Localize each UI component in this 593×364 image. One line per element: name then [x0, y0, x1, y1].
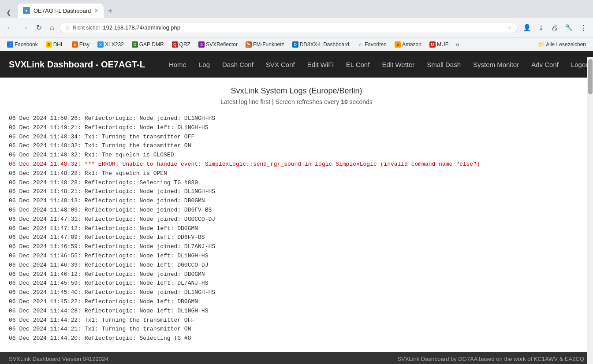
log-line: 06 Dec 2024 11:50:26: ReflectorLogic: No… — [9, 114, 584, 123]
dd8-icon: D — [292, 41, 298, 48]
bookmark-amazon[interactable]: a Amazon — [391, 40, 425, 49]
menu-button[interactable]: ⋮ — [578, 22, 589, 33]
nav-dash-conf[interactable]: Dash Conf — [216, 57, 260, 72]
bookmark-facebook-label: Facebook — [15, 41, 38, 48]
page-scrollbar-thumb[interactable] — [588, 59, 593, 94]
bookmarks-folder-icon: 📁 — [538, 41, 545, 48]
log-line: 06 Dec 2024 11:48:13: ReflectorLogic: No… — [9, 197, 584, 206]
dhl-icon: D — [46, 41, 52, 48]
bookmark-qrz[interactable]: Q QRZ — [168, 40, 194, 49]
log-area: 06 Dec 2024 11:50:26: ReflectorLogic: No… — [9, 114, 584, 343]
bookmark-fm[interactable]: 📡 FM-Funknetz — [242, 40, 288, 49]
page-scrollbar[interactable] — [587, 57, 593, 364]
new-tab-button[interactable]: + — [104, 5, 117, 18]
profile-button[interactable]: 👤 — [520, 22, 534, 33]
url-text: 192.168.178.74/admin/log.php — [103, 24, 504, 31]
bookmark-dd8[interactable]: D DD8XX-L Dashboard — [289, 40, 353, 49]
log-line: 06 Dec 2024 11:46:39: ReflectorLogic: No… — [9, 261, 584, 270]
log-line: 06 Dec 2024 11:48:28: ReflectorLogic: Se… — [9, 178, 584, 188]
nav-bar: SVXLink Dashboard - OE7AGT-L Home Log Da… — [0, 51, 593, 78]
print-button[interactable]: 🖨 — [548, 22, 560, 33]
bookmark-xlx-label: XLX232 — [105, 41, 124, 48]
nav-system-monitor[interactable]: System Monitor — [467, 57, 525, 72]
bookmark-favoriten[interactable]: ☆ Favoriten — [354, 40, 390, 49]
url-box[interactable]: ⚠ Nicht sicher 192.168.178.74/admin/log.… — [60, 22, 518, 33]
bookmark-etsy-label: Etsy — [79, 41, 90, 48]
favoriten-icon: ☆ — [357, 41, 363, 48]
log-line: 06 Dec 2024 11:48:32: *** ERROR: Unable … — [9, 160, 584, 169]
bookmark-etsy[interactable]: e Etsy — [68, 40, 93, 49]
refresh-button[interactable]: ↻ — [34, 22, 45, 33]
log-line: 06 Dec 2024 11:48:09: ReflectorLogic: No… — [9, 206, 584, 215]
tab-bar: ❮ ● OE7AGT-L Dashboard × + — [0, 0, 593, 18]
bookmark-muf-label: MUF — [437, 41, 448, 48]
app-content: SVXLink Dashboard - OE7AGT-L Home Log Da… — [0, 51, 593, 364]
nav-edit-wetter[interactable]: Edit Wetter — [376, 57, 421, 72]
qrz-icon: Q — [172, 41, 178, 48]
tab-prev-button[interactable]: ❮ — [4, 7, 14, 18]
log-line: 06 Dec 2024 11:44:20: ReflectorLogic: Se… — [9, 334, 584, 343]
bookmark-svx[interactable]: S SVXReflector — [195, 40, 241, 49]
nav-log[interactable]: Log — [193, 57, 216, 72]
nav-el-conf[interactable]: EL Conf — [340, 57, 376, 72]
footer: SVXLink Dashboard Version 04122024 SVXLi… — [0, 352, 593, 364]
bookmark-svx-label: SVXReflector — [206, 41, 238, 48]
nav-brand: SVXLink Dashboard - OE7AGT-L — [9, 59, 145, 70]
forward-button[interactable]: → — [19, 22, 31, 33]
facebook-icon: f — [7, 41, 13, 48]
log-line: 06 Dec 2024 11:47:09: ReflectorLogic: No… — [9, 233, 584, 242]
nav-svx-conf[interactable]: SVX Conf — [260, 57, 301, 72]
active-tab[interactable]: ● OE7AGT-L Dashboard × — [18, 4, 104, 18]
bookmarks-bar: f Facebook D DHL e Etsy X XLX232 G GAP D… — [0, 38, 593, 51]
all-bookmarks-button[interactable]: 📁 Alle Lesezeichen — [534, 40, 589, 49]
svx-icon: S — [198, 41, 205, 48]
bookmark-gap[interactable]: G GAP DMR — [128, 40, 168, 49]
security-warning: ⚠ — [65, 25, 70, 31]
nav-edit-wifi[interactable]: Edit WiFi — [301, 57, 340, 72]
log-line: 06 Dec 2024 11:48:32: Tx1: Turning the t… — [9, 141, 584, 151]
gap-icon: G — [132, 41, 138, 48]
bookmark-fm-label: FM-Funknetz — [253, 41, 284, 48]
log-line: 06 Dec 2024 11:46:55: ReflectorLogic: No… — [9, 252, 584, 261]
log-line: 06 Dec 2024 11:48:28: Rx1: The squelch i… — [9, 169, 584, 178]
bookmark-dhl[interactable]: D DHL — [42, 40, 67, 49]
extensions-button[interactable]: 🔧 — [562, 22, 576, 33]
download-button[interactable]: ⤓ — [536, 22, 547, 33]
nav-small-dash[interactable]: Small Dash — [421, 57, 467, 72]
address-actions: 👤 ⤓ 🖨 🔧 ⋮ — [520, 22, 589, 33]
browser-frame: ❮ ● OE7AGT-L Dashboard × + ← → ↻ ⌂ ⚠ Nic… — [0, 0, 593, 364]
refresh-seconds: 10 — [341, 98, 348, 105]
bookmark-dd8-label: DD8XX-L Dashboard — [300, 41, 349, 48]
log-line: 06 Dec 2024 11:46:12: ReflectorLogic: No… — [9, 270, 584, 279]
log-line: 06 Dec 2024 11:46:59: ReflectorLogic: No… — [9, 242, 584, 252]
tab-favicon: ● — [23, 7, 30, 14]
subtitle-pre: Latest log line first | Screen refreshes… — [220, 98, 341, 105]
bookmark-muf[interactable]: M MUF — [426, 40, 452, 49]
bookmark-qrz-label: QRZ — [179, 41, 190, 48]
log-line: 06 Dec 2024 11:45:40: ReflectorLogic: No… — [9, 288, 584, 297]
bookmark-facebook[interactable]: f Facebook — [4, 40, 41, 49]
nav-home[interactable]: Home — [163, 57, 193, 72]
amazon-icon: a — [395, 41, 401, 48]
log-title: SvxLink System Logs (Europe/Berlin) — [9, 86, 584, 96]
tab-close-button[interactable]: × — [94, 7, 98, 14]
nav-adv-conf[interactable]: Adv Conf — [525, 57, 565, 72]
log-line: 06 Dec 2024 11:45:59: ReflectorLogic: No… — [9, 279, 584, 288]
log-line: 06 Dec 2024 11:47:31: ReflectorLogic: No… — [9, 215, 584, 224]
log-line: 06 Dec 2024 11:44:28: ReflectorLogic: No… — [9, 307, 584, 316]
footer-version: SVXLink Dashboard Version 04122024 — [9, 356, 108, 362]
log-line: 06 Dec 2024 11:44:21: Tx1: Turning the t… — [9, 325, 584, 334]
back-button[interactable]: ← — [4, 22, 16, 33]
home-button[interactable]: ⌂ — [47, 22, 57, 33]
subtitle-post: seconds — [348, 98, 373, 105]
all-bookmarks-label: Alle Lesezeichen — [546, 41, 586, 48]
bookmark-favoriten-label: Favoriten — [365, 41, 387, 48]
log-line: 06 Dec 2024 11:48:21: ReflectorLogic: No… — [9, 187, 584, 197]
bookmark-xlx[interactable]: X XLX232 — [94, 40, 127, 49]
etsy-icon: e — [72, 41, 78, 48]
star-icon[interactable]: ☆ — [507, 24, 512, 31]
more-bookmarks-button[interactable]: » — [453, 39, 462, 50]
log-line: 06 Dec 2024 11:47:12: ReflectorLogic: No… — [9, 224, 584, 234]
log-line: 06 Dec 2024 11:48:32: Rx1: The squelch i… — [9, 151, 584, 160]
main-content: SvxLink System Logs (Europe/Berlin) Late… — [0, 78, 593, 352]
